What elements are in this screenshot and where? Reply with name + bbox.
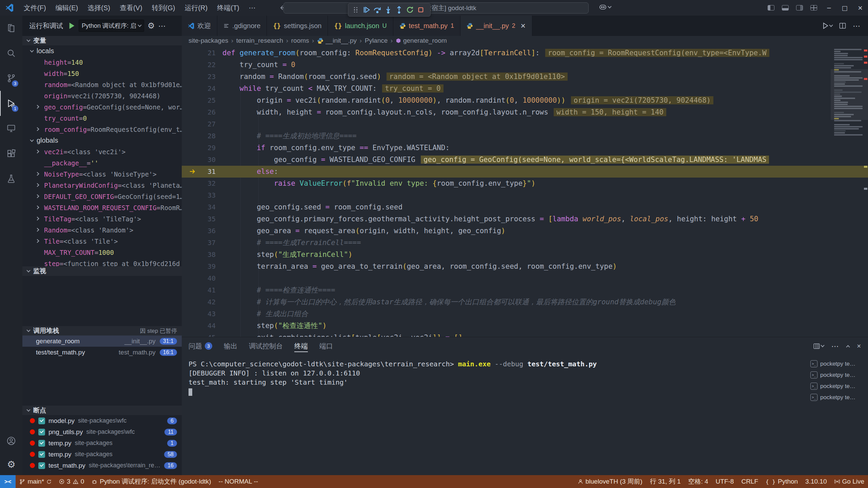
step-out-icon[interactable] bbox=[394, 4, 405, 15]
line-number[interactable]: 42 bbox=[182, 296, 216, 308]
source-control-icon[interactable]: 3 bbox=[0, 66, 22, 91]
close-tab-icon[interactable]: ✕ bbox=[520, 22, 526, 29]
panel-tab-输出[interactable]: 输出 bbox=[224, 337, 237, 355]
variable-row[interactable]: DEFAULT_GEO_CONFIG = GeoConfig(seed=1… bbox=[22, 191, 182, 202]
problems-status[interactable]: 3 0 bbox=[55, 475, 88, 488]
line-number[interactable]: 32 bbox=[182, 178, 216, 189]
run-and-debug-icon[interactable]: 1 bbox=[0, 91, 22, 116]
variable-row[interactable]: __package__ = '' bbox=[22, 157, 182, 168]
menu-item[interactable]: 查看(V) bbox=[115, 0, 147, 16]
sidebar-more-button[interactable]: ⋯ bbox=[158, 22, 166, 30]
terminal-list-item[interactable]: >_pocketpy te… bbox=[808, 392, 868, 403]
line-number[interactable]: 45 bbox=[182, 332, 216, 337]
command-center[interactable]: [扩展开发宿主] godot-ldtk bbox=[283, 2, 589, 14]
panel-tab-调试控制台[interactable]: 调试控制台 bbox=[249, 337, 283, 355]
variable-scope-row[interactable]: globals bbox=[22, 135, 182, 146]
panel-more-button[interactable]: ⋯ bbox=[831, 342, 839, 350]
variable-row[interactable]: room_config = RoomRequestConfig(env_t… bbox=[22, 124, 182, 135]
language-mode-status[interactable]: { } Python bbox=[762, 475, 802, 488]
stop-icon[interactable] bbox=[415, 4, 426, 15]
explorer-icon[interactable] bbox=[0, 16, 22, 41]
testing-icon[interactable] bbox=[0, 166, 22, 191]
callstack-section-header[interactable]: 调用堆栈 因 step 已暂停 bbox=[22, 326, 182, 336]
continue-icon[interactable] bbox=[361, 4, 372, 15]
line-number[interactable]: 41 bbox=[182, 284, 216, 296]
variable-row[interactable]: PlanetaryWindConfig = <class 'Planeta… bbox=[22, 180, 182, 191]
editor-more-button[interactable]: ⋯ bbox=[853, 22, 861, 30]
vim-mode-indicator[interactable]: -- NORMAL -- bbox=[215, 475, 262, 488]
line-number[interactable]: 39 bbox=[182, 261, 216, 272]
start-debug-button[interactable] bbox=[68, 22, 75, 29]
breakpoint-row[interactable]: png_utils.pysite-packages\wfc11 bbox=[22, 426, 182, 438]
tab--[interactable]: 欢迎 bbox=[182, 16, 217, 36]
copilot-button[interactable] bbox=[599, 3, 611, 11]
maximize-button[interactable]: □ bbox=[837, 0, 852, 16]
variable-scope-row[interactable]: locals bbox=[22, 45, 182, 57]
line-number[interactable]: 33 bbox=[182, 189, 216, 201]
menu-overflow-button[interactable]: ⋯ bbox=[244, 4, 261, 12]
minimize-button[interactable]: ─ bbox=[821, 0, 837, 16]
breakpoint-checkbox[interactable] bbox=[38, 418, 45, 424]
variables-section-header[interactable]: 变量 bbox=[22, 36, 182, 45]
breakpoint-row[interactable]: temp.pysite-packages58 bbox=[22, 449, 182, 460]
line-number[interactable]: 44 bbox=[182, 320, 216, 332]
close-button[interactable]: ✕ bbox=[852, 0, 868, 16]
toggle-panel-icon[interactable] bbox=[782, 5, 789, 11]
breadcrumb-item[interactable]: Pylance bbox=[365, 37, 388, 44]
step-over-icon[interactable] bbox=[372, 4, 383, 15]
git-branch-status[interactable]: main* bbox=[16, 475, 55, 488]
line-number[interactable]: 25 bbox=[182, 95, 216, 106]
breakpoint-checkbox[interactable] bbox=[38, 462, 45, 469]
menu-item[interactable]: 转到(G) bbox=[147, 0, 180, 16]
variable-row[interactable]: Tile = <class 'Tile'> bbox=[22, 236, 182, 247]
breadcrumb-item[interactable]: generate_room bbox=[396, 37, 447, 44]
line-number[interactable]: 30 bbox=[182, 154, 216, 166]
debug-session-status[interactable]: Python 调试程序: 启动文件 (godot-ldtk) bbox=[88, 475, 215, 488]
line-number[interactable]: 21 bbox=[182, 47, 216, 59]
breakpoint-checkbox[interactable] bbox=[38, 440, 45, 447]
breakpoint-checkbox[interactable] bbox=[38, 451, 45, 458]
account-icon[interactable] bbox=[0, 428, 22, 453]
panel-tab-终端[interactable]: 终端 bbox=[294, 337, 308, 355]
step-into-icon[interactable] bbox=[383, 4, 394, 15]
line-number[interactable]: 38 bbox=[182, 249, 216, 261]
menu-item[interactable]: 选择(S) bbox=[83, 0, 115, 16]
variable-row[interactable]: step = <function step at 0x1bf9cd216d bbox=[22, 258, 182, 266]
line-number[interactable]: 31 bbox=[182, 166, 216, 178]
callstack-frame[interactable]: test/test_math.pytest_math.py16:1 bbox=[22, 347, 182, 358]
line-number[interactable]: 34 bbox=[182, 201, 216, 213]
terminal-list-item[interactable]: >_pocketpy te… bbox=[808, 381, 868, 392]
line-number[interactable]: 24 bbox=[182, 83, 216, 95]
variable-row[interactable]: origin = vec2i(7205730, 9024468) bbox=[22, 90, 182, 101]
variable-row[interactable]: NoiseType = <class 'NoiseType'> bbox=[22, 168, 182, 180]
code-editor[interactable]: 2021def generate_room(room_config: RoomR… bbox=[182, 45, 868, 337]
toggle-secondary-sidebar-icon[interactable] bbox=[796, 5, 803, 11]
split-editor-icon[interactable] bbox=[839, 22, 846, 29]
variable-row[interactable]: geo_config = GeoConfig(seed=None, wor… bbox=[22, 101, 182, 113]
menu-item[interactable]: 运行(R) bbox=[180, 0, 212, 16]
line-number[interactable]: 23 bbox=[182, 71, 216, 83]
line-number[interactable]: 28 bbox=[182, 130, 216, 142]
variable-row[interactable]: height = 140 bbox=[22, 57, 182, 68]
panel-tab-问题[interactable]: 问题3 bbox=[189, 337, 212, 355]
tab-settings-json[interactable]: {}settings.json bbox=[267, 16, 328, 36]
breakpoint-row[interactable]: test_math.pysite-packages\terrain_res…16 bbox=[22, 460, 182, 471]
breadcrumb-item[interactable]: __init__.py bbox=[317, 37, 357, 44]
variable-row[interactable]: WASTELAND_ROOM_REQUEST_CONFIG = RoomR… bbox=[22, 202, 182, 213]
tab--init-py[interactable]: __init__.py2✕ bbox=[460, 16, 532, 36]
extensions-icon[interactable] bbox=[0, 141, 22, 166]
terminal-output[interactable]: PS C:\computer_science\godot-ldtk\site-p… bbox=[182, 355, 808, 475]
run-python-file-button[interactable] bbox=[823, 22, 832, 29]
variable-row[interactable]: try_count = 0 bbox=[22, 113, 182, 124]
menu-item[interactable]: 终端(T) bbox=[212, 0, 244, 16]
line-number[interactable]: 37 bbox=[182, 237, 216, 249]
minimap-slider[interactable] bbox=[831, 69, 868, 120]
breadcrumb-item[interactable]: terrain_research bbox=[236, 37, 283, 44]
tab-test-math-py[interactable]: test_math.py1 bbox=[393, 16, 461, 36]
breakpoint-row[interactable]: temp.pysite-packages1 bbox=[22, 438, 182, 449]
breadcrumb-item[interactable]: rooms bbox=[291, 37, 309, 44]
customize-layout-icon[interactable] bbox=[810, 5, 817, 11]
remote-explorer-icon[interactable] bbox=[0, 116, 22, 141]
panel-tab-端口[interactable]: 端口 bbox=[319, 337, 333, 355]
python-version-status[interactable]: 3.10.10 bbox=[802, 475, 830, 488]
